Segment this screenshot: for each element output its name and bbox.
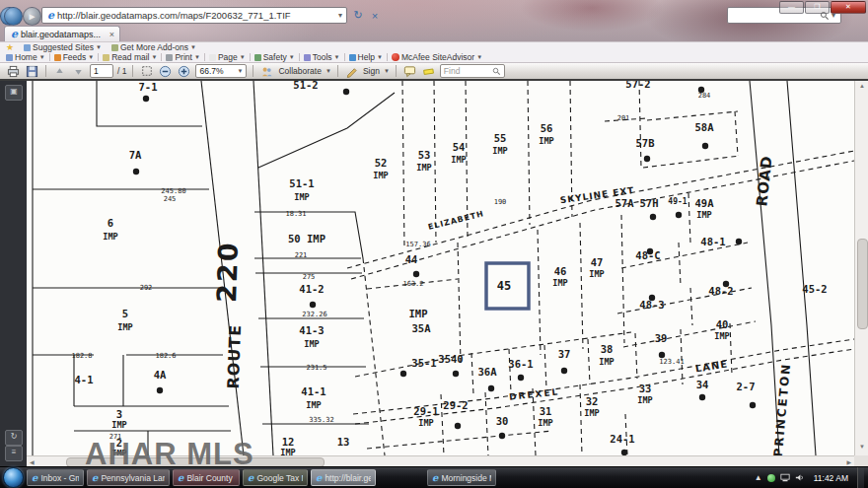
- parcel-sub-53: IMP: [416, 163, 431, 173]
- taskbar-button-5[interactable]: ehttp://blair.geodata...: [311, 469, 376, 486]
- page-number-input[interactable]: 1: [90, 64, 113, 78]
- taskbar-button-4[interactable]: eGoogle Tax Maps...: [243, 469, 308, 486]
- parcel-sub-40: IMP: [714, 331, 729, 341]
- parcel-label-36A: 36A: [478, 366, 498, 378]
- show-hidden-icons-icon[interactable]: ▲: [755, 473, 762, 482]
- suggested-sites-icon: [24, 44, 31, 51]
- parcel-label-38: 38: [601, 343, 614, 355]
- command-item-tools[interactable]: Tools▼: [304, 52, 340, 62]
- minimize-button[interactable]: —: [779, 1, 804, 14]
- print-icon[interactable]: [6, 64, 21, 79]
- maximize-button[interactable]: ❐: [805, 1, 830, 14]
- parcel-label-7A: 7A: [129, 149, 142, 161]
- find-input[interactable]: Find: [440, 64, 505, 78]
- sign-pen-icon[interactable]: [344, 64, 359, 79]
- parcel-label-3540: 3540: [438, 353, 463, 365]
- parcel-label-IMP: IMP: [409, 308, 428, 319]
- marquee-zoom-icon[interactable]: [139, 64, 154, 79]
- scroll-up-icon[interactable]: ▲: [859, 83, 865, 89]
- parcel-label-3: 3: [116, 408, 122, 420]
- close-button[interactable]: ✕: [831, 1, 866, 14]
- page-down-icon[interactable]: [71, 64, 86, 79]
- sign-label[interactable]: Sign: [363, 66, 380, 76]
- ie-icon: e: [316, 472, 322, 483]
- forward-button[interactable]: ►: [23, 7, 41, 26]
- parcel-map-page[interactable]: 7-17A6IMP5IMP4-14A3IMP2IMP51-251-1IMP50 …: [27, 81, 854, 455]
- addons-icon: [111, 44, 118, 51]
- safety-icon: [254, 54, 261, 61]
- parcel-sub-46: IMP: [552, 278, 567, 288]
- stop-button[interactable]: ×: [367, 7, 383, 24]
- parcel-label-45: 45: [497, 279, 511, 293]
- browser-tab[interactable]: e blair.geodatamaps... ×: [4, 26, 120, 41]
- measurement-label: 245: [164, 195, 177, 203]
- favorites-star-icon[interactable]: ★: [6, 42, 14, 52]
- system-tray: ▲ 11:42 AM: [755, 467, 868, 488]
- comment-icon[interactable]: [402, 64, 417, 79]
- vertical-scrollbar[interactable]: ▲ ▼: [854, 81, 868, 455]
- parcel-label-4A: 4A: [154, 369, 167, 381]
- parcel-label-30: 30: [496, 415, 509, 427]
- command-item-safety[interactable]: Safety▼: [254, 52, 295, 62]
- refresh-button[interactable]: ↻: [350, 7, 366, 24]
- parcel-label-50 IMP: 50 IMP: [288, 233, 326, 244]
- page-up-icon[interactable]: [52, 64, 67, 79]
- save-icon[interactable]: [25, 64, 39, 79]
- tab-favicon-icon: e: [11, 28, 18, 40]
- road-label-220: 220: [211, 241, 244, 303]
- parcel-label-32: 32: [586, 395, 599, 407]
- tab-close-icon[interactable]: ×: [108, 30, 116, 39]
- command-item-print[interactable]: Print▼: [166, 52, 199, 62]
- parcel-sub-3: IMP: [111, 420, 126, 430]
- taskbar-button-3[interactable]: eBlair County Court...: [173, 469, 240, 486]
- panel-thumbnails-icon[interactable]: ▣: [5, 85, 23, 101]
- command-item-page[interactable]: Page▼: [209, 52, 246, 62]
- taskbar-button-1[interactable]: eInbox - Gmail: [27, 469, 84, 486]
- zoom-in-icon[interactable]: [177, 64, 191, 79]
- highlight-icon[interactable]: [421, 64, 436, 79]
- scroll-right-icon[interactable]: ▶: [846, 458, 851, 465]
- parcel-sub-5: IMP: [117, 322, 132, 332]
- address-bar[interactable]: e http://blair.geodatamaps.com/maps/F200…: [41, 7, 347, 24]
- parcel-label-45-2: 45-2: [802, 283, 827, 295]
- taskbar-button-6[interactable]: eMorningside Manor V...: [427, 469, 496, 486]
- parcel-sub-32: IMP: [584, 408, 599, 418]
- antivirus-status-icon[interactable]: [767, 474, 775, 482]
- start-button[interactable]: [3, 467, 24, 488]
- volume-icon[interactable]: [795, 473, 805, 482]
- parcel-label-35-1: 35-1: [411, 357, 436, 369]
- favorites-item-addons[interactable]: Get More Add-ons▼: [111, 42, 196, 52]
- parcel-dot-48-2: [723, 281, 729, 287]
- command-bar: Home▼Feeds▼Read mail▼Print▼Page▼Safety▼T…: [0, 52, 868, 63]
- parcel-dot-2-7: [750, 402, 756, 408]
- parcel-label-6: 6: [108, 217, 113, 229]
- show-desktop-button[interactable]: [857, 467, 864, 488]
- scroll-down-icon[interactable]: ▼: [859, 444, 865, 450]
- parcel-dot-29-2: [455, 423, 461, 429]
- command-item-mcafee[interactable]: McAfee SiteAdvisor▼: [392, 52, 482, 62]
- favorites-item-suggested-sites[interactable]: Suggested Sites▼: [24, 42, 102, 52]
- parcel-label-34: 34: [696, 379, 709, 390]
- network-status-icon[interactable]: [780, 473, 790, 482]
- panel-rotate-icon[interactable]: ↻: [5, 430, 23, 446]
- address-dropdown-icon[interactable]: ▾: [336, 11, 344, 20]
- parcel-sub-31: IMP: [538, 418, 552, 428]
- command-item-home[interactable]: Home▼: [6, 52, 45, 62]
- collaborate-icon[interactable]: [259, 64, 274, 79]
- scroll-left-icon[interactable]: ◀: [30, 458, 35, 465]
- parcel-label-12: 12: [282, 436, 295, 448]
- taskbar-clock[interactable]: 11:42 AM: [810, 473, 852, 483]
- collaborate-label[interactable]: Collaborate: [278, 66, 321, 76]
- vertical-scroll-thumb[interactable]: [857, 239, 868, 329]
- parcel-sub-6: IMP: [103, 232, 117, 242]
- command-item-feeds[interactable]: Feeds▼: [54, 52, 95, 62]
- parcel-sub-49A: IMP: [696, 210, 711, 220]
- home-icon: [6, 54, 13, 61]
- command-item-read-mail[interactable]: Read mail▼: [103, 52, 157, 62]
- address-url[interactable]: http://blair.geodatamaps.com/maps/F20063…: [57, 10, 336, 21]
- zoom-level-select[interactable]: 66.7%▼: [195, 64, 247, 78]
- panel-tools-icon[interactable]: ≡: [5, 446, 23, 461]
- taskbar-button-2[interactable]: ePennsylvania Land F...: [87, 469, 170, 486]
- zoom-out-icon[interactable]: [158, 64, 173, 79]
- command-item-help[interactable]: Help▼: [349, 52, 383, 62]
